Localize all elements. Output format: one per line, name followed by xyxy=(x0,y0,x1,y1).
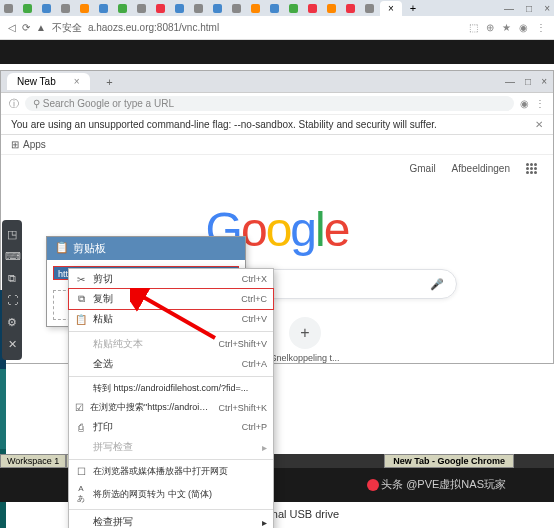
window-icon: ☐ xyxy=(75,466,87,477)
clipboard-title: 📋 剪贴板 xyxy=(47,237,245,260)
workspace-indicator[interactable]: Workspace 1 xyxy=(0,454,66,468)
tab-label: New Tab xyxy=(17,76,56,87)
favicon[interactable] xyxy=(99,4,108,13)
ctx-search[interactable]: ☑在浏览中搜索"https://androidfilehost.com/?fid… xyxy=(69,398,273,417)
favicon[interactable] xyxy=(137,4,146,13)
context-menu: ✂剪切Ctrl+X ⧉复制Ctrl+C 📋粘贴Ctrl+V 粘贴纯文本Ctrl+… xyxy=(68,268,274,528)
window-controls: — □ × xyxy=(504,3,550,14)
favicon[interactable] xyxy=(194,4,203,13)
favicon[interactable] xyxy=(346,4,355,13)
new-tab-button[interactable]: + xyxy=(102,74,118,90)
active-tab[interactable]: × xyxy=(380,1,402,16)
omnibox-placeholder: Search Google or type a URL xyxy=(43,98,174,109)
watermark: 头条 @PVE虚拟NAS玩家 xyxy=(367,477,506,492)
ctx-open-media[interactable]: ☐在浏览器或媒体播放器中打开网页 xyxy=(69,462,273,481)
close-button[interactable]: × xyxy=(544,3,550,14)
taskbar-window-title[interactable]: New Tab - Google Chrome xyxy=(384,454,514,468)
favicon[interactable] xyxy=(156,4,165,13)
apps-grid-icon[interactable] xyxy=(526,163,537,174)
favicon[interactable] xyxy=(175,4,184,13)
minimize-button[interactable]: — xyxy=(504,3,514,14)
profile-icon[interactable]: ◉ xyxy=(519,22,528,33)
shortcut-label: Snelkoppeling t... xyxy=(270,353,339,363)
warning-close-icon[interactable]: ✕ xyxy=(535,119,543,130)
favicon[interactable] xyxy=(4,4,13,13)
omnibox[interactable]: ⚲ Search Google or type a URL xyxy=(25,96,514,111)
warning-text: You are using an unsupported command-lin… xyxy=(11,119,437,130)
ctx-cut[interactable]: ✂剪切Ctrl+X xyxy=(69,269,273,289)
print-icon: ⎙ xyxy=(75,422,87,433)
apps-label[interactable]: Apps xyxy=(23,139,46,150)
search-icon: ☑ xyxy=(75,402,84,413)
ext-icon[interactable]: ★ xyxy=(502,22,511,33)
ctx-print[interactable]: ⎙打印Ctrl+P xyxy=(69,417,273,437)
dock-icon[interactable]: ◳ xyxy=(5,228,19,242)
ctx-check-spelling[interactable]: 检查拼写▸ xyxy=(69,512,273,528)
minimize-button[interactable]: — xyxy=(505,76,515,87)
tab-favicons xyxy=(4,4,374,13)
scissors-icon: ✂ xyxy=(75,274,87,285)
dock-icon[interactable]: ✕ xyxy=(5,338,19,352)
gmail-link[interactable]: Gmail xyxy=(409,163,435,174)
insecure-label: 不安全 xyxy=(52,21,82,35)
shortcut-add[interactable]: + Snelkoppeling t... xyxy=(270,317,339,363)
back-icon[interactable]: ◁ xyxy=(8,22,16,33)
url-text[interactable]: a.haozs.eu.org:8081/vnc.html xyxy=(88,22,219,33)
top-right-links: Gmail Afbeeldingen xyxy=(1,155,553,182)
warning-infobar: You are using an unsupported command-lin… xyxy=(1,115,553,135)
chevron-right-icon: ▸ xyxy=(262,442,267,453)
favicon[interactable] xyxy=(118,4,127,13)
menu-icon[interactable]: ⋮ xyxy=(536,22,546,33)
favicon[interactable] xyxy=(213,4,222,13)
favicon[interactable] xyxy=(80,4,89,13)
copy-icon: ⧉ xyxy=(75,293,87,305)
search-icon: ⚲ xyxy=(33,98,40,109)
clipboard-icon: 📋 xyxy=(55,241,69,256)
ctx-goto-url[interactable]: 转到 https://androidfilehost.com/?fid=... xyxy=(69,379,273,398)
info-icon[interactable]: ⓘ xyxy=(9,97,19,111)
ctx-copy[interactable]: ⧉复制Ctrl+C xyxy=(68,288,274,310)
menu-icon[interactable]: ⋮ xyxy=(535,98,545,109)
paste-icon: 📋 xyxy=(75,314,87,325)
new-tab-button[interactable]: + xyxy=(410,2,416,14)
favicon[interactable] xyxy=(61,4,70,13)
translate-icon: Aあ xyxy=(75,484,87,504)
dock-icon[interactable]: ⛶ xyxy=(5,294,19,308)
ctx-paste[interactable]: 📋粘贴Ctrl+V xyxy=(69,309,273,329)
gear-icon[interactable]: ⚙ xyxy=(5,316,19,330)
plus-icon: + xyxy=(289,317,321,349)
favicon[interactable] xyxy=(23,4,32,13)
favicon[interactable] xyxy=(308,4,317,13)
ctx-spellcheck: 拼写检查▸ xyxy=(69,437,273,457)
maximize-button[interactable]: □ xyxy=(526,3,532,14)
toutiao-icon xyxy=(367,479,379,491)
novnc-dock: ◳ ⌨ ⧉ ⛶ ⚙ ✕ xyxy=(2,220,22,360)
favicon[interactable] xyxy=(327,4,336,13)
favicon[interactable] xyxy=(251,4,260,13)
favicon[interactable] xyxy=(232,4,241,13)
ext-icon[interactable]: ⬚ xyxy=(469,22,478,33)
images-link[interactable]: Afbeeldingen xyxy=(452,163,510,174)
reload-icon[interactable]: ⟳ xyxy=(22,22,30,33)
favicon[interactable] xyxy=(42,4,51,13)
close-button[interactable]: × xyxy=(541,76,547,87)
dock-icon[interactable]: ⌨ xyxy=(5,250,19,264)
outer-tab-strip: × + — □ × xyxy=(0,0,554,16)
mic-icon[interactable]: 🎤 xyxy=(430,278,444,291)
ctx-paste-plain: 粘贴纯文本Ctrl+Shift+V xyxy=(69,334,273,354)
dock-icon[interactable]: ⧉ xyxy=(5,272,19,286)
favicon[interactable] xyxy=(365,4,374,13)
ext-icon[interactable]: ⊕ xyxy=(486,22,494,33)
apps-icon[interactable]: ⊞ xyxy=(11,139,19,150)
maximize-button[interactable]: □ xyxy=(525,76,531,87)
favicon[interactable] xyxy=(270,4,279,13)
inner-tab-strip: New Tab × + — □ × xyxy=(1,71,553,93)
vnc-black-bar xyxy=(0,40,554,64)
favicon[interactable] xyxy=(289,4,298,13)
tab-new-tab[interactable]: New Tab × xyxy=(7,73,90,90)
profile-icon[interactable]: ◉ xyxy=(520,98,529,109)
ctx-translate[interactable]: Aあ将所选的网页转为 中文 (简体) xyxy=(69,481,273,507)
ctx-select-all[interactable]: 全选Ctrl+A xyxy=(69,354,273,374)
bookmarks-bar: ⊞ Apps xyxy=(1,135,553,155)
tab-close-icon[interactable]: × xyxy=(74,76,80,87)
